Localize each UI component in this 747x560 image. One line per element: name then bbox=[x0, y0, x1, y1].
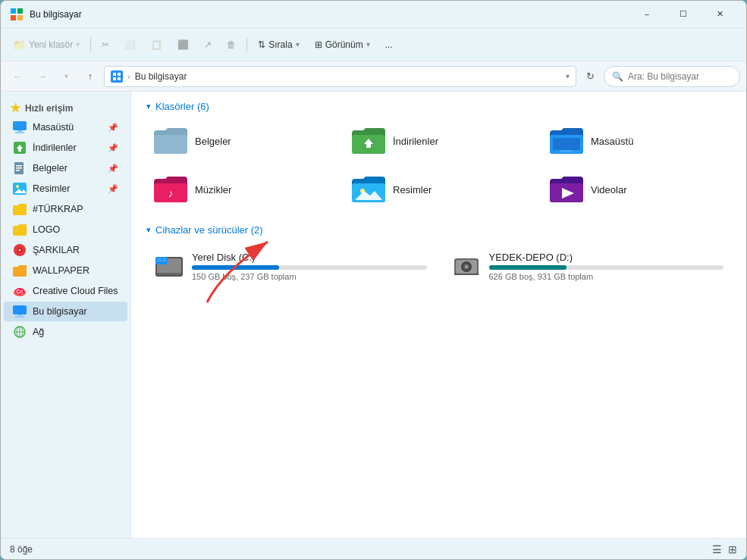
belgeler-folder-icon bbox=[154, 127, 187, 155]
rename-button[interactable]: ⬛ bbox=[171, 33, 195, 57]
svg-rect-0 bbox=[11, 8, 16, 14]
sidebar-item-indirilenler-label: İndirilenler bbox=[33, 142, 77, 153]
svg-rect-3 bbox=[17, 15, 23, 20]
folders-section-header[interactable]: ▾ Klasörler (6) bbox=[146, 101, 731, 112]
sidebar-item-resimler-label: Resimler bbox=[33, 183, 70, 194]
resimler-icon bbox=[13, 182, 27, 196]
annotation-area bbox=[146, 287, 731, 378]
masaustu-icon bbox=[13, 120, 27, 134]
toolbar: 📁 Yeni klasör ▾ ✂ ⬜ 📋 ⬛ ↗ 🗑 ⇅ Sırala ▾ bbox=[1, 28, 746, 61]
back-button[interactable]: ← bbox=[7, 66, 28, 87]
view-button[interactable]: ⊞ Görünüm ▾ bbox=[309, 33, 376, 57]
indirilenler-icon bbox=[13, 141, 27, 155]
sidebar-item-indirilenler[interactable]: İndirilenler 📌 bbox=[4, 138, 127, 158]
share-button[interactable]: ↗ bbox=[198, 33, 218, 57]
belgeler-folder-name: Belgeler bbox=[195, 136, 231, 147]
pin-icon-belgeler: 📌 bbox=[108, 164, 118, 174]
svg-rect-57 bbox=[454, 274, 479, 275]
svg-rect-26 bbox=[13, 305, 27, 314]
more-button[interactable]: ... bbox=[379, 33, 399, 57]
list-view-icon[interactable]: ☰ bbox=[712, 543, 722, 555]
grid-view-icon[interactable]: ⊞ bbox=[728, 543, 737, 555]
svg-rect-10 bbox=[15, 132, 24, 133]
logo-folder-icon bbox=[13, 223, 27, 236]
drive-d-bar-container bbox=[489, 265, 724, 270]
forward-button[interactable]: → bbox=[31, 66, 52, 87]
sidebar-item-wallpaper[interactable]: WALLPAPER bbox=[4, 261, 127, 280]
sidebar-item-creative-cloud-label: Creative Cloud Files bbox=[33, 286, 118, 296]
svg-rect-38 bbox=[560, 150, 573, 152]
cut-button[interactable]: ✂ bbox=[96, 33, 115, 57]
address-separator: › bbox=[127, 72, 130, 81]
svg-point-22 bbox=[19, 249, 21, 252]
svg-rect-8 bbox=[13, 121, 27, 130]
up-button[interactable]: ↑ bbox=[80, 66, 101, 87]
recent-button[interactable]: ▾ bbox=[55, 66, 77, 87]
close-button[interactable]: ✕ bbox=[702, 2, 737, 27]
folder-indirilenler[interactable]: İndirilenler bbox=[344, 121, 533, 161]
sidebar-item-sarkilar[interactable]: ŞARKILAR bbox=[4, 240, 127, 260]
search-box[interactable]: 🔍 bbox=[604, 66, 740, 87]
sarkilar-icon bbox=[13, 243, 27, 257]
toolbar-sep-1 bbox=[90, 37, 91, 52]
folder-resimler[interactable]: Resimler bbox=[344, 170, 533, 209]
sidebar-item-belgeler[interactable]: Belgeler 📌 bbox=[4, 158, 127, 178]
maximize-button[interactable]: ☐ bbox=[666, 2, 701, 27]
indirilenler-folder-icon bbox=[352, 127, 385, 155]
turkrap-folder-icon bbox=[13, 202, 27, 216]
sidebar-item-bu-bilgisayar-label: Bu bilgisayar bbox=[33, 306, 87, 317]
sidebar-item-creative-cloud[interactable]: Cc Creative Cloud Files bbox=[4, 281, 127, 301]
copy-icon: ⬜ bbox=[124, 39, 136, 50]
folder-masaustu[interactable]: Masaüstü bbox=[542, 121, 731, 161]
sidebar-item-turkrap[interactable]: #TÜRKRAP bbox=[4, 199, 127, 219]
sidebar-item-ag-label: Ağ bbox=[33, 327, 44, 337]
svg-rect-7 bbox=[118, 77, 121, 80]
statusbar-right: ☰ ⊞ bbox=[712, 543, 737, 555]
sidebar-item-bu-bilgisayar[interactable]: Bu bilgisayar bbox=[4, 302, 127, 321]
titlebar: Bu bilgisayar − ☐ ✕ bbox=[1, 1, 746, 28]
titlebar-app-icon bbox=[10, 8, 24, 21]
ag-icon bbox=[13, 325, 27, 339]
svg-rect-16 bbox=[16, 170, 20, 171]
cut-icon: ✂ bbox=[102, 39, 109, 50]
sidebar-item-ag[interactable]: Ağ bbox=[4, 322, 127, 342]
sort-button[interactable]: ⇅ Sırala ▾ bbox=[252, 33, 305, 57]
folders-grid: Belgeler İndirilenler bbox=[146, 121, 731, 209]
svg-text:♪: ♪ bbox=[168, 187, 174, 199]
delete-button[interactable]: 🗑 bbox=[221, 33, 242, 57]
paste-button[interactable]: 📋 bbox=[145, 33, 168, 57]
sidebar-item-logo[interactable]: LOGO bbox=[4, 220, 127, 239]
new-folder-button[interactable]: 📁 Yeni klasör ▾ bbox=[7, 33, 86, 57]
wallpaper-folder-icon bbox=[13, 264, 27, 277]
svg-rect-6 bbox=[113, 77, 116, 80]
drive-d-name: YEDEK-DEPO (D:) bbox=[489, 252, 724, 263]
bu-bilgisayar-icon bbox=[13, 305, 27, 318]
creative-cloud-icon: Cc bbox=[13, 284, 27, 298]
sidebar-item-wallpaper-label: WALLPAPER bbox=[33, 265, 89, 276]
copy-button[interactable]: ⬜ bbox=[118, 33, 142, 57]
refresh-button[interactable]: ↻ bbox=[579, 66, 601, 87]
sort-icon: ⇅ bbox=[258, 39, 265, 50]
svg-rect-15 bbox=[16, 167, 22, 169]
folder-muzikler[interactable]: ♪ Müzikler bbox=[146, 170, 335, 209]
drive-d-details: 626 GB boş, 931 GB toplam bbox=[489, 272, 724, 281]
svg-rect-37 bbox=[553, 138, 580, 150]
quick-access-header[interactable]: ★ Hızlı erişim bbox=[1, 96, 130, 117]
drive-d[interactable]: YEDEK-DEPO (D:) 626 GB boş, 931 GB topla… bbox=[444, 245, 732, 287]
sidebar-item-masaustu[interactable]: Masaüstü 📌 bbox=[4, 117, 127, 137]
search-input[interactable] bbox=[628, 71, 732, 82]
folder-videolar[interactable]: Videolar bbox=[542, 170, 731, 209]
computer-icon bbox=[111, 70, 123, 83]
address-bar-field[interactable]: › Bu bilgisayar ▾ bbox=[104, 66, 576, 87]
sidebar-item-resimler[interactable]: Resimler 📌 bbox=[4, 179, 127, 199]
window-title: Bu bilgisayar bbox=[30, 9, 629, 20]
drive-d-info: YEDEK-DEPO (D:) 626 GB boş, 931 GB topla… bbox=[489, 252, 724, 281]
folder-belgeler[interactable]: Belgeler bbox=[146, 121, 335, 161]
file-explorer-window: Bu bilgisayar − ☐ ✕ 📁 Yeni klasör ▾ ✂ ⬜ … bbox=[0, 0, 747, 560]
item-count: 8 öğe bbox=[10, 544, 33, 555]
sidebar: ★ Hızlı erişim Masaüstü 📌 bbox=[1, 92, 131, 538]
sidebar-item-masaustu-label: Masaüstü bbox=[33, 122, 74, 133]
minimize-button[interactable]: − bbox=[629, 2, 664, 27]
videolar-folder-name: Videolar bbox=[591, 184, 626, 196]
drives-chevron-icon: ▾ bbox=[146, 225, 151, 235]
